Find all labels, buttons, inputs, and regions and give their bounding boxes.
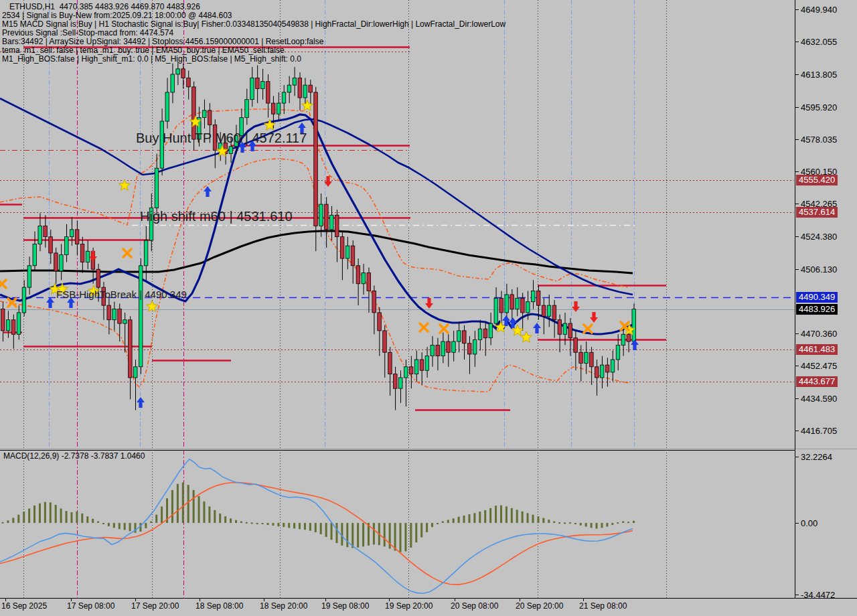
time-axis[interactable]: 16 Sep 202517 Sep 08:0017 Sep 20:0018 Se… [0, 598, 857, 616]
candle-body [176, 69, 180, 74]
previous-signal-line: Previous Signal :Sell-Stop-macd from: 44… [2, 28, 173, 37]
macd-histogram-bar [92, 519, 94, 523]
down-arrow-signal-icon[interactable] [89, 251, 97, 262]
up-arrow-signal-icon[interactable] [533, 323, 541, 333]
candle-body [568, 323, 572, 338]
candle-body [595, 367, 599, 378]
macd-histogram-bar [55, 505, 57, 523]
candle-body [467, 343, 471, 354]
macd-histogram-bar [256, 523, 258, 524]
time-axis-label: 20 Sep 20:00 [516, 601, 563, 611]
time-axis-label: 16 Sep 2025 [1, 601, 47, 611]
macd-histogram-bar [76, 512, 78, 523]
down-arrow-signal-icon[interactable] [425, 298, 433, 309]
macd-histogram-bar [437, 523, 439, 524]
candle-body [516, 298, 520, 309]
price-axis[interactable]: 4649.9404632.0554613.8054595.9204578.035… [795, 0, 857, 598]
macd-histogram-bar [251, 522, 253, 524]
candle-body [399, 378, 403, 388]
macd-histogram-bar [129, 523, 131, 531]
macd-histogram-bar [267, 523, 269, 525]
candle-body [436, 345, 440, 356]
candle-body [33, 244, 37, 265]
candle-body [526, 302, 530, 313]
macd-histogram-bar [505, 506, 508, 523]
price-axis-label: 4416.705 [801, 426, 837, 436]
macd-histogram-bar [208, 506, 210, 523]
macd-panel[interactable] [0, 450, 667, 598]
macd-histogram-bar [60, 509, 62, 523]
star-signal-icon[interactable] [301, 100, 313, 110]
macd-histogram-bar [384, 523, 386, 546]
candle-body [54, 253, 58, 271]
candle-body [335, 215, 339, 236]
cross-signal-icon[interactable] [440, 325, 448, 333]
macd-histogram-bar [542, 518, 544, 523]
candle-body [181, 69, 185, 78]
buy-hunt-tp-annotation[interactable]: Buy Hunt TP M60 | 4572.117 [136, 131, 307, 146]
candle-body [6, 320, 10, 331]
cross-signal-icon[interactable] [123, 249, 131, 257]
star-signal-icon[interactable] [520, 331, 532, 342]
star-signal-icon[interactable] [119, 179, 130, 190]
macd-histogram-bar [293, 523, 295, 528]
macd-histogram-bar [17, 515, 19, 523]
macd-histogram-bar [50, 502, 52, 523]
macd-histogram-bar [187, 485, 189, 523]
macd-histogram-bar [580, 523, 582, 526]
macd-histogram-bar [214, 510, 216, 523]
macd-histogram-bar [617, 522, 619, 524]
macd-histogram-bar [410, 523, 412, 548]
candle-body [632, 309, 636, 341]
price-panel[interactable] [0, 0, 794, 449]
macd-histogram-bar [325, 523, 327, 537]
up-arrow-signal-icon[interactable] [204, 186, 212, 197]
macd-histogram-bar [516, 510, 518, 523]
down-arrow-signal-icon[interactable] [572, 301, 580, 312]
time-axis-label: 21 Sep 08:00 [579, 601, 627, 611]
candle-body [49, 237, 53, 253]
macd-histogram-bar [357, 523, 359, 548]
macd-histogram-bar [500, 506, 502, 523]
cross-signal-icon[interactable] [0, 280, 6, 288]
macd-histogram-bar [203, 502, 205, 523]
candle-body [404, 367, 408, 378]
macd-histogram-bar [283, 523, 285, 527]
time-axis-label: 18 Sep 08:00 [196, 601, 243, 611]
macd-histogram-bar [352, 523, 354, 548]
cross-signal-icon[interactable] [584, 325, 592, 333]
price-badge-red: 4443.677 [796, 376, 838, 387]
candle-body [309, 85, 313, 92]
candle-body [489, 323, 493, 338]
candle-body [27, 266, 31, 287]
macd-histogram-bar [23, 512, 25, 523]
chart-canvas[interactable] [0, 0, 857, 616]
macd-histogram-bar [7, 520, 9, 523]
macd-histogram-bar [585, 523, 587, 527]
candle-body [70, 230, 74, 237]
fsb-high-annotation[interactable]: FSB-HighToBreak | 4490.349 [56, 289, 187, 300]
candle-body [118, 309, 122, 324]
macd-histogram-bar [240, 522, 242, 523]
candle-body [420, 360, 424, 370]
price-axis-label: 4452.475 [801, 361, 837, 371]
candle-body [585, 352, 589, 363]
macd-histogram-bar [44, 502, 46, 523]
candle-body [229, 147, 233, 154]
up-arrow-signal-icon[interactable] [137, 397, 145, 408]
time-axis-label: 17 Sep 20:00 [131, 601, 179, 611]
high-shift-annotation[interactable]: High shift m60 | 4531.610 [140, 209, 293, 224]
macd-histogram-bar [219, 514, 221, 523]
candle-body [372, 291, 376, 313]
macd-histogram-bar [145, 523, 147, 528]
up-arrow-signal-icon[interactable] [46, 297, 54, 308]
macd-histogram-bar [33, 506, 35, 523]
macd-histogram-bar [522, 512, 524, 523]
candle-body [17, 313, 21, 334]
down-arrow-signal-icon[interactable] [590, 312, 598, 323]
candle-body [521, 298, 525, 313]
cross-signal-icon[interactable] [420, 323, 428, 331]
candle-body [473, 339, 477, 354]
macd-histogram-bar [119, 523, 121, 529]
candle-body [431, 345, 435, 356]
